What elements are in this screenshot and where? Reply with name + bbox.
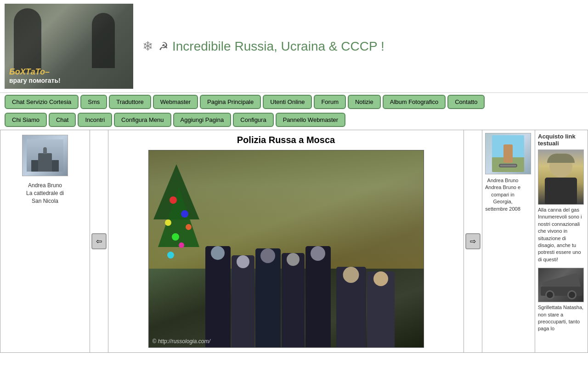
- nav-row-1: Chat Servizio Cortesia Sms Traduttore We…: [0, 93, 588, 111]
- right-caption-3: compari in: [491, 192, 514, 197]
- nav-forum[interactable]: Forum: [314, 95, 346, 109]
- ad-image-1[interactable]: [538, 150, 584, 205]
- nav-contatto[interactable]: Contatto: [447, 95, 485, 109]
- next-nav: ⇨: [464, 130, 482, 352]
- nav-notizie[interactable]: Notizie: [348, 95, 381, 109]
- site-title: Incredibile Russia, Ucraina & CCCP !: [172, 39, 384, 54]
- header-icons: ❄ ☭ Incredibile Russia, Ucraina & CCCP !: [133, 39, 384, 54]
- ornament-green1: [172, 233, 179, 241]
- page-title: Polizia Russa a Mosca: [237, 135, 335, 145]
- center-content: Polizia Russa a Mosca: [108, 130, 464, 352]
- logo-image: БоХТаТо– врагу помогать!: [5, 4, 133, 89]
- left-caption-line3: San Nicola: [32, 198, 58, 204]
- watermark: © http://russologia.com/: [153, 338, 210, 345]
- ornament-blue1: [181, 210, 188, 218]
- nav-chi-siamo[interactable]: Chi Siamo: [5, 113, 47, 127]
- ad-text-1: Alla canna del gas Innumerevoli sono i n…: [538, 207, 585, 263]
- nav-configura-menu[interactable]: Configura Menu: [114, 113, 171, 127]
- ornament-pink1: [179, 242, 184, 248]
- left-thumb-image: [22, 135, 68, 176]
- sickle-icon: ☭: [158, 40, 169, 53]
- header-logo: БоХТаТо– врагу помогать!: [5, 4, 133, 89]
- main-content: Andrea Bruno La cattedrale di San Nicola…: [0, 130, 588, 353]
- header: БоХТаТо– врагу помогать! ❄ ☭ Incredibile…: [0, 0, 588, 93]
- ad-image-2[interactable]: [538, 268, 584, 302]
- nav-album-fotografico[interactable]: Album Fotografico: [383, 95, 446, 109]
- nav-row-2: Chi Siamo Chat Incontri Configura Menu A…: [0, 111, 588, 129]
- right-caption-4: Georgia,: [493, 199, 512, 204]
- nav-chat-servizio[interactable]: Chat Servizio Cortesia: [5, 95, 79, 109]
- nav-pagina-principale[interactable]: Pagina Principale: [200, 95, 261, 109]
- nav-chat[interactable]: Chat: [49, 113, 76, 127]
- ornament-red1: [170, 196, 177, 204]
- nav-webmaster[interactable]: Webmaster: [153, 95, 198, 109]
- ad-panel: Acquisto link testuali Alla canna del ga…: [535, 130, 588, 352]
- left-thumb-inner: [27, 139, 63, 172]
- nav-traduttore[interactable]: Traduttore: [109, 95, 151, 109]
- right-caption: Andrea Bruno Andrea Bruno e compari in G…: [485, 177, 520, 213]
- nav-pannello-webmaster[interactable]: Pannello Webmaster: [276, 113, 345, 127]
- nav-incontri[interactable]: Incontri: [78, 113, 112, 127]
- right-caption-2: Andrea Bruno e: [485, 184, 520, 190]
- next-button[interactable]: ⇨: [465, 233, 481, 249]
- ornament-orange1: [186, 224, 192, 230]
- left-caption-line2: La cattedrale di: [26, 190, 64, 196]
- main-photo: © http://russologia.com/: [148, 150, 424, 348]
- right-thumb-image: [485, 133, 531, 174]
- ad-title: Acquisto link testuali: [538, 133, 585, 147]
- ornament-yellow1: [165, 219, 171, 226]
- nav-utenti-online[interactable]: Utenti Online: [263, 95, 312, 109]
- right-caption-5: settembre 2008: [485, 206, 520, 212]
- ornament-cyan1: [167, 252, 174, 259]
- right-caption-1: Andrea Bruno: [487, 178, 519, 183]
- right-sidebar: Andrea Bruno Andrea Bruno e compari in G…: [482, 130, 535, 352]
- prev-button[interactable]: ⇦: [91, 233, 107, 249]
- nav-configura[interactable]: Configura: [233, 113, 273, 127]
- ad-text-2: Sgrillettata Natasha, non stare a preocc…: [538, 304, 585, 333]
- left-sidebar: Andrea Bruno La cattedrale di San Nicola: [0, 130, 90, 352]
- nav-aggiungi-pagina[interactable]: Aggiungi Pagina: [173, 113, 232, 127]
- logo-cyrillic2: врагу помогать!: [9, 77, 61, 84]
- logo-cyrillic1: БоХТаТо–: [9, 67, 50, 76]
- left-caption: Andrea Bruno La cattedrale di San Nicola: [26, 182, 64, 205]
- left-caption-line1: Andrea Bruno: [28, 182, 62, 189]
- nav-sms[interactable]: Sms: [80, 95, 107, 109]
- snowflake-icon: ❄: [142, 39, 153, 54]
- prev-nav: ⇦: [90, 130, 108, 352]
